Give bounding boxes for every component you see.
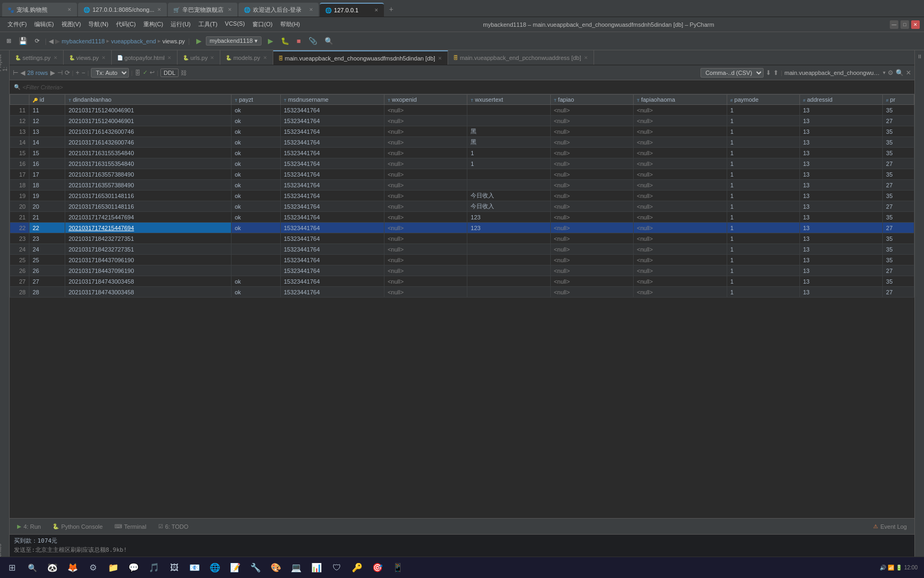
table-row[interactable]: 181820210317163557388490ok15323441764<nu…: [10, 180, 914, 191]
taskbar-icon-9[interactable]: 🌐: [205, 558, 225, 577]
cell-pr[interactable]: 27: [883, 287, 914, 298]
cell-id[interactable]: 24: [29, 244, 65, 255]
search-btn[interactable]: 🔍: [321, 35, 336, 47]
table-row[interactable]: 26262021031718443709619015323441764<null…: [10, 265, 914, 276]
nav-next[interactable]: ▶: [50, 69, 55, 77]
cell-msdnusername[interactable]: 15323441764: [280, 255, 384, 265]
cell-addressid[interactable]: 13: [799, 148, 882, 158]
python-console-tab[interactable]: 🐍 Python Console: [47, 521, 108, 532]
cell-id[interactable]: 20: [29, 201, 65, 212]
delete-row-btn[interactable]: −: [81, 69, 85, 77]
cell-paymode[interactable]: 1: [727, 201, 799, 212]
cell-fapiaohaoma[interactable]: <null>: [634, 265, 727, 276]
table-row[interactable]: 141420210317161432600746ok15323441764<nu…: [10, 137, 914, 148]
tab4-close[interactable]: ✕: [309, 7, 313, 12]
file-tab-db-2[interactable]: 🗄 main.vueappback_end_pcchonwuaddress [d…: [448, 50, 594, 65]
taskbar-icon-14[interactable]: 📊: [307, 558, 326, 577]
cell-addressid[interactable]: 13: [799, 255, 882, 265]
cell-msdnusername[interactable]: 15323441764: [280, 116, 384, 126]
cell-paymode[interactable]: 1: [727, 191, 799, 201]
export-format-select[interactable]: Comma-..d (CSV): [700, 68, 764, 78]
cell-addressid[interactable]: 13: [799, 126, 882, 137]
table-name-dropdown[interactable]: ▾: [883, 70, 886, 75]
cell-addressid[interactable]: 13: [799, 276, 882, 287]
cell-wxopenid[interactable]: <null>: [384, 105, 467, 116]
file-tab-models[interactable]: 🐍 models.py ✕: [220, 50, 273, 65]
nav-last[interactable]: ⊣: [57, 69, 63, 77]
browser-tab-2[interactable]: 🌐 127.0.0.1:8085/chong... ✕: [78, 3, 167, 17]
cell-wxusertext[interactable]: [467, 265, 550, 276]
new-tab-button[interactable]: +: [385, 3, 398, 16]
cell-id[interactable]: 22: [29, 223, 65, 233]
cell-paymode[interactable]: 1: [727, 233, 799, 244]
models-py-close[interactable]: ✕: [263, 55, 267, 60]
cell-wxopenid[interactable]: <null>: [384, 276, 467, 287]
cell-id[interactable]: 11: [29, 105, 65, 116]
cell-wxusertext[interactable]: [467, 180, 550, 191]
cell-addressid[interactable]: 13: [799, 137, 882, 148]
cell-paymode[interactable]: 1: [727, 126, 799, 137]
cell-pr[interactable]: 35: [883, 105, 914, 116]
cell-paymode[interactable]: 1: [727, 148, 799, 158]
menu-view[interactable]: 视图(V): [58, 19, 84, 29]
cell-id[interactable]: 16: [29, 158, 65, 169]
cell-msdnusername[interactable]: 15323441764: [280, 287, 384, 298]
cell-wxusertext[interactable]: 123: [467, 212, 550, 223]
browser-tab-5[interactable]: 🌐 127.0.0.1 ✕: [320, 3, 384, 17]
cell-fapiaohaoma[interactable]: <null>: [634, 223, 727, 233]
cell-fapiao[interactable]: <null>: [550, 169, 633, 180]
tab1-close[interactable]: ✕: [67, 7, 72, 12]
browser-tab-1[interactable]: 🐾 宠域.购物熊 ✕: [2, 3, 77, 17]
gotopayfor-close[interactable]: ✕: [167, 55, 172, 60]
col-header-id[interactable]: 🔑 id: [29, 95, 65, 105]
cell-pr[interactable]: 35: [883, 244, 914, 255]
cell-fapiaohaoma[interactable]: <null>: [634, 137, 727, 148]
cell-fapiao[interactable]: <null>: [550, 201, 633, 212]
cell-wxopenid[interactable]: <null>: [384, 223, 467, 233]
cell-dindanbianhao[interactable]: 20210317184437096190: [65, 255, 232, 265]
cell-wxusertext[interactable]: [467, 169, 550, 180]
cell-fapiaohaoma[interactable]: <null>: [634, 158, 727, 169]
cell-pr[interactable]: 27: [883, 116, 914, 126]
breadcrumb-item-2[interactable]: vueappback_end: [111, 38, 156, 44]
cell-wxusertext[interactable]: [467, 116, 550, 126]
export-btn[interactable]: ⬇: [766, 69, 771, 77]
cell-addressid[interactable]: 13: [799, 116, 882, 126]
col-header-pr[interactable]: # pr: [883, 95, 914, 105]
cell-pr[interactable]: 35: [883, 191, 914, 201]
cell-wxusertext[interactable]: [467, 105, 550, 116]
settings-py-close[interactable]: ✕: [53, 55, 58, 60]
cell-msdnusername[interactable]: 15323441764: [280, 137, 384, 148]
cell-fapiao[interactable]: <null>: [550, 137, 633, 148]
cell-msdnusername[interactable]: 15323441764: [280, 265, 384, 276]
cell-payzt[interactable]: [231, 265, 280, 276]
col-header-rownum[interactable]: [10, 95, 29, 105]
table-row[interactable]: 111120210317151240046901ok15323441764<nu…: [10, 105, 914, 116]
cell-addressid[interactable]: 13: [799, 212, 882, 223]
db-icon-btn[interactable]: 🗄: [135, 70, 141, 76]
taskbar-icon-11[interactable]: 🔧: [246, 558, 265, 577]
file-tab-views[interactable]: 🐍 views.py ✕: [64, 50, 112, 65]
taskbar-icon-16[interactable]: 🔑: [348, 558, 367, 577]
cell-paymode[interactable]: 1: [727, 276, 799, 287]
cell-paymode[interactable]: 1: [727, 244, 799, 255]
cell-fapiao[interactable]: <null>: [550, 287, 633, 298]
table-row[interactable]: 171720210317163557388490ok15323441764<nu…: [10, 169, 914, 180]
toolbar-save[interactable]: 💾: [16, 35, 30, 47]
cell-id[interactable]: 27: [29, 276, 65, 287]
taskbar-icon-5[interactable]: 💬: [124, 558, 143, 577]
cell-msdnusername[interactable]: 15323441764: [280, 126, 384, 137]
stop-btn[interactable]: ■: [294, 35, 304, 47]
revert-btn[interactable]: ↩: [150, 69, 155, 76]
toolbar-sync[interactable]: ⟳: [32, 36, 43, 46]
menu-run[interactable]: 运行(U): [167, 19, 194, 29]
event-log-btn[interactable]: ⚠ Event Log: [868, 521, 912, 532]
import-btn[interactable]: ⬆: [773, 69, 779, 77]
cell-msdnusername[interactable]: 15323441764: [280, 201, 384, 212]
tab3-close[interactable]: ✕: [228, 7, 232, 12]
toolbar-project-btn[interactable]: ⊞: [3, 36, 14, 46]
urls-py-close[interactable]: ✕: [210, 55, 214, 60]
breadcrumb-nav-forward[interactable]: ▶: [55, 37, 60, 45]
cell-dindanbianhao[interactable]: 20210317184743003458: [65, 276, 232, 287]
taskbar-icon-18[interactable]: 📱: [388, 558, 407, 577]
